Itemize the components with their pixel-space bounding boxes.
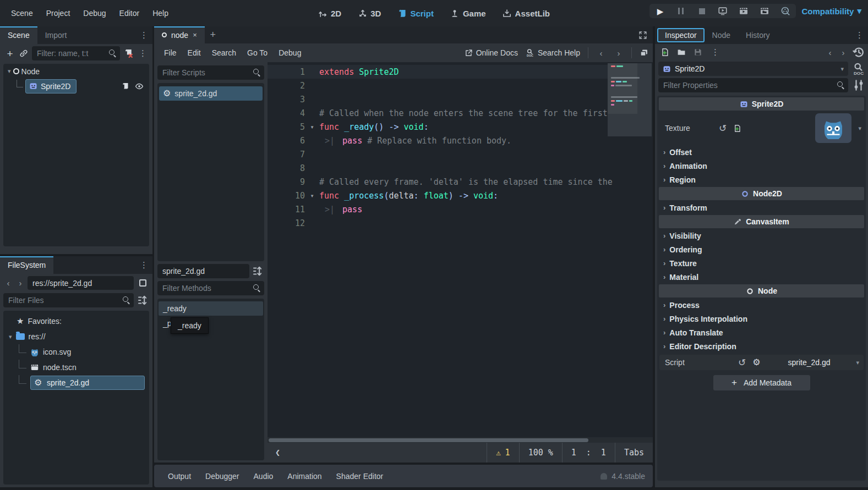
detach-script-button[interactable] [124,48,134,58]
filesystem-menu-icon[interactable]: ⋮ [135,260,152,270]
sprite2d-tree-item[interactable]: Sprite2D [25,79,77,93]
fold-icon[interactable]: ▾ [305,192,319,200]
code-line[interactable]: 1extends Sprite2D [268,65,647,79]
collapse-icon[interactable]: ▾ [8,68,11,75]
instantiate-scene-button[interactable] [19,49,28,58]
play-custom-scene-button[interactable] [760,6,769,16]
root-folder-row[interactable]: ▾ res:// [3,329,149,344]
workspace-tab-2d[interactable]: 2D [318,9,341,18]
code-line[interactable]: 8 [268,161,647,175]
current-path[interactable]: res://sprite_2d.gd [28,276,134,290]
inspector-group-process[interactable]: ›Process [658,298,865,312]
split-mode-button[interactable] [136,277,149,290]
tab-import[interactable]: Import [37,26,75,44]
collapse-scripts-panel-icon[interactable]: ❮ [268,448,288,458]
code-minimap[interactable] [608,63,652,136]
bottom-tab-audio[interactable]: Audio [248,469,280,483]
scene-tree-row-node[interactable]: ▾ Node [3,64,149,79]
script-list-item[interactable]: sprite_2d.gd [159,86,263,101]
online-docs-button[interactable]: Online Docs [465,48,518,57]
sort-methods-icon[interactable] [252,265,264,277]
load-resource-icon[interactable] [677,48,686,57]
collapse-icon[interactable]: ▾ [9,333,12,340]
inspector-group-physics-interpolation[interactable]: ›Physics Interpolation [658,312,865,326]
horizontal-scrollbar[interactable] [268,437,653,443]
save-resource-icon[interactable] [694,48,702,57]
open-docs-icon[interactable]: DOC [851,62,866,75]
indent-mode[interactable]: Tabs [615,443,653,463]
pause-button[interactable] [676,6,686,16]
distraction-free-icon[interactable] [638,31,647,40]
scene-dock-menu-icon[interactable]: ⋮ [135,30,152,40]
search-help-button[interactable]: DOC Search Help [526,48,580,57]
editor-menu-go-to[interactable]: Go To [242,46,273,59]
texture-preview[interactable] [815,113,851,143]
chevron-down-icon[interactable]: ▾ [856,359,859,366]
inspector-group-auto-translate[interactable]: ›Auto Translate [658,326,865,339]
history-icon[interactable] [851,46,866,59]
menu-scene[interactable]: Scene [6,6,39,20]
workspace-tab-script[interactable]: Script [397,9,434,18]
filesystem-item[interactable]: sprite_2d.gd [3,375,149,390]
filesystem-item-chip[interactable]: icon.svg [30,348,71,356]
filter-properties-input[interactable] [658,78,848,92]
movie-maker-button[interactable] [780,6,790,16]
inspector-group-region[interactable]: ›Region [658,173,865,186]
edit-forward-icon[interactable]: › [838,48,848,57]
inspector-menu-icon[interactable]: ⋮ [851,30,868,40]
filesystem-item[interactable]: icon.svg [3,344,149,360]
code-line[interactable]: 2 [268,79,647,92]
forward-icon[interactable]: › [15,278,25,288]
workspace-tab-3d[interactable]: 3D [358,9,381,18]
visibility-eye-icon[interactable] [135,82,144,91]
bottom-tab-shader-editor[interactable]: Shader Editor [330,469,390,483]
stop-button[interactable] [697,6,707,16]
inspector-group-editor-description[interactable]: ›Editor Description [658,339,865,353]
inspector-group-offset[interactable]: ›Offset [658,145,865,159]
filter-methods-input[interactable] [157,281,264,295]
inspector-group-texture[interactable]: ›Texture [658,256,865,270]
warnings-indicator[interactable]: 1 [487,443,518,463]
code-line[interactable]: 9# Called every frame. 'delta' is the el… [268,175,647,189]
inspector-group-transform[interactable]: ›Transform [658,201,865,214]
tab-inspector[interactable]: Inspector [657,28,705,42]
menu-help[interactable]: Help [147,6,174,20]
code-line[interactable]: 7 [268,147,647,161]
tab-node[interactable]: Node [705,26,738,44]
bottom-tab-animation[interactable]: Animation [281,469,327,483]
notification-bell-icon[interactable] [600,473,607,480]
bottom-tab-output[interactable]: Output [162,469,197,483]
editor-menu-search[interactable]: Search [206,46,242,59]
fold-icon[interactable]: ▾ [305,123,319,131]
object-selector[interactable]: Sprite2D ▾ [658,62,848,76]
scene-filter-input[interactable] [32,46,120,60]
remote-debug-button[interactable] [718,6,728,16]
chevron-down-icon[interactable]: ▾ [858,125,861,132]
gear-icon[interactable] [752,358,760,367]
filter-scripts-input[interactable] [157,65,264,80]
code-editor[interactable]: 1extends Sprite2D234# Called when the no… [268,62,653,463]
zoom-indicator[interactable]: 100 % [519,443,562,463]
new-scene-tab-button[interactable]: + [205,26,221,43]
code-line[interactable]: 12 [268,216,647,230]
workspace-tab-game[interactable]: Game [450,9,486,18]
scene-toolbar-menu-icon[interactable]: ⋮ [138,48,148,58]
filesystem-item[interactable]: node.tscn [3,360,149,375]
filter-files-input[interactable] [3,293,134,307]
favorites-row[interactable]: Favorites: [3,313,149,329]
inspector-group-animation[interactable]: ›Animation [658,159,865,173]
editor-menu-edit[interactable]: Edit [182,46,206,59]
workspace-tab-assetlib[interactable]: AssetLib [503,9,550,18]
tab-scene[interactable]: Scene [0,26,37,44]
code-line[interactable]: 3 [268,92,647,106]
menu-editor[interactable]: Editor [114,6,145,20]
method-list-item[interactable]: _ready [159,301,263,316]
code-line[interactable]: 5▾func _ready() -> void: [268,120,647,134]
editor-menu-debug[interactable]: Debug [273,46,307,59]
resource-menu-icon[interactable]: ⋮ [710,47,720,57]
back-icon[interactable]: ‹ [3,278,13,288]
history-back-icon[interactable]: ‹ [596,48,606,58]
filesystem-item-chip[interactable]: sprite_2d.gd [30,376,145,390]
history-forward-icon[interactable]: › [614,48,624,58]
add-node-button[interactable] [4,48,15,59]
